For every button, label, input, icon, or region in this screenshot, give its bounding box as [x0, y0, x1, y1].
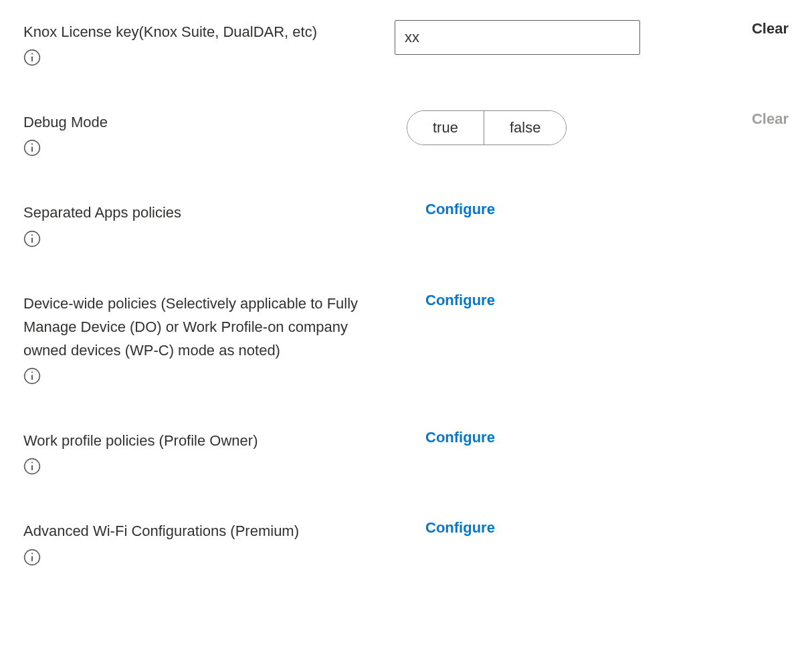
debug-mode-toggle: true false — [407, 110, 567, 145]
debug-mode-false-button[interactable]: false — [484, 111, 566, 145]
svg-point-11 — [31, 371, 33, 373]
configure-link-device-wide[interactable]: Configure — [425, 292, 495, 309]
label-wifi: Advanced Wi-Fi Configurations (Premium) — [23, 519, 375, 543]
label-separated-apps: Separated Apps policies — [23, 201, 375, 224]
svg-point-17 — [31, 553, 33, 554]
row-work-profile: Work profile policies (Profile Owner) Co… — [23, 429, 789, 479]
configure-link-wifi[interactable]: Configure — [425, 519, 495, 537]
svg-point-8 — [31, 234, 33, 236]
label-debug-mode: Debug Mode — [23, 110, 375, 134]
label-col-separated-apps: Separated Apps policies — [23, 201, 395, 251]
row-device-wide: Device-wide policies (Selectively applic… — [23, 292, 789, 389]
svg-point-14 — [31, 462, 33, 463]
info-icon[interactable] — [23, 549, 41, 566]
label-work-profile: Work profile policies (Profile Owner) — [23, 429, 375, 452]
row-wifi: Advanced Wi-Fi Configurations (Premium) … — [23, 519, 789, 569]
info-icon[interactable] — [23, 49, 41, 66]
label-col-device-wide: Device-wide policies (Selectively applic… — [23, 292, 395, 389]
action-col-debug-mode: Clear — [715, 110, 789, 128]
configure-link-work-profile[interactable]: Configure — [425, 429, 495, 446]
info-icon[interactable] — [23, 458, 41, 475]
row-knox-license: Knox License key(Knox Suite, DualDAR, et… — [23, 20, 789, 70]
configure-link-separated-apps[interactable]: Configure — [425, 201, 495, 218]
info-icon[interactable] — [23, 230, 41, 248]
debug-mode-true-button[interactable]: true — [407, 111, 484, 145]
control-col-debug-mode: true false — [395, 110, 715, 145]
control-col-separated-apps: Configure — [395, 201, 715, 218]
action-col-knox-license: Clear — [715, 20, 789, 37]
label-knox-license: Knox License key(Knox Suite, DualDAR, et… — [23, 20, 375, 43]
clear-button-knox-license[interactable]: Clear — [752, 20, 789, 37]
label-col-work-profile: Work profile policies (Profile Owner) — [23, 429, 395, 479]
control-col-wifi: Configure — [395, 519, 715, 537]
row-separated-apps: Separated Apps policies Configure — [23, 201, 789, 251]
clear-button-debug-mode: Clear — [752, 110, 789, 127]
label-device-wide: Device-wide policies (Selectively applic… — [23, 292, 375, 363]
svg-point-5 — [31, 144, 33, 145]
control-col-work-profile: Configure — [395, 429, 715, 446]
svg-point-2 — [31, 53, 33, 54]
label-col-debug-mode: Debug Mode — [23, 110, 395, 161]
row-debug-mode: Debug Mode true false Clear — [23, 110, 789, 161]
control-col-device-wide: Configure — [395, 292, 715, 309]
label-col-wifi: Advanced Wi-Fi Configurations (Premium) — [23, 519, 395, 569]
info-icon[interactable] — [23, 367, 41, 385]
control-col-knox-license — [395, 20, 715, 55]
knox-license-input[interactable] — [395, 20, 640, 55]
label-col-knox-license: Knox License key(Knox Suite, DualDAR, et… — [23, 20, 395, 70]
info-icon[interactable] — [23, 139, 41, 157]
